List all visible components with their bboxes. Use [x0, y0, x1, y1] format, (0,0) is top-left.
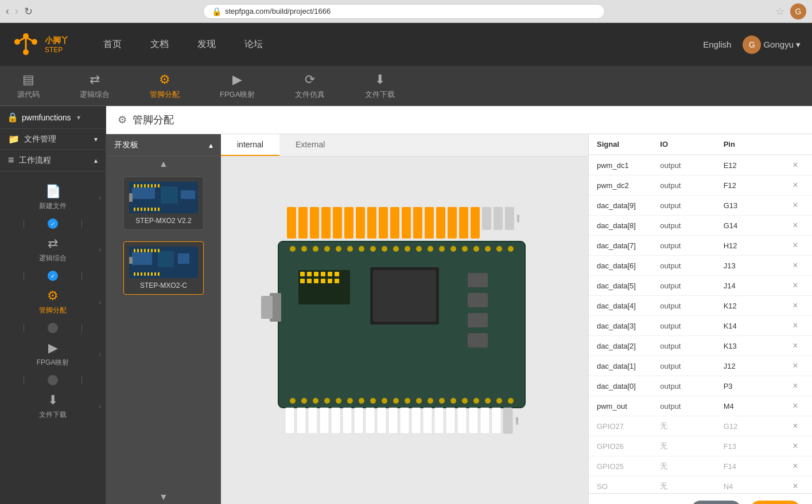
step-logic-synthesis[interactable]: ⇄ 逻辑综合: [74, 69, 115, 103]
board-name-mxo2c: STEP-MXO2-C: [140, 282, 187, 290]
pin-value: F13: [724, 442, 787, 451]
svg-rect-13: [141, 184, 142, 187]
pin-value: P3: [724, 382, 787, 390]
project-dropdown-icon[interactable]: ▾: [77, 114, 80, 122]
file-management-label: 文件管理: [24, 134, 56, 144]
delete-signal-button[interactable]: ×: [787, 381, 804, 391]
board-collapse-icon[interactable]: ▴: [209, 140, 213, 150]
pin-value: J14: [724, 282, 787, 290]
step-file-simulation[interactable]: ⟳ 文件仿真: [289, 69, 331, 103]
delete-signal-button[interactable]: ×: [787, 461, 804, 471]
col-signal: Signal: [597, 140, 660, 149]
svg-point-136: [347, 398, 353, 404]
refresh-button[interactable]: ↻: [24, 5, 33, 18]
svg-rect-95: [314, 272, 318, 276]
workflow-fpga-mapping[interactable]: ▶ FPGA映射 ›: [0, 334, 106, 374]
tab-external[interactable]: External: [279, 134, 341, 156]
logo-text: 小脚丫: [45, 36, 69, 46]
delete-signal-button[interactable]: ×: [787, 341, 804, 351]
svg-rect-155: [308, 408, 317, 433]
source-code-icon: ▤: [22, 72, 34, 87]
delete-signal-button[interactable]: ×: [787, 240, 804, 251]
svg-rect-185: [480, 408, 489, 433]
svg-rect-75: [436, 207, 445, 239]
svg-rect-22: [144, 208, 146, 211]
workflow-logic-synthesis[interactable]: ⇄ 逻辑综合 ›: [0, 229, 106, 270]
profile-avatar[interactable]: G: [790, 3, 806, 19]
board-header-label: 开发板: [114, 140, 138, 150]
svg-point-118: [370, 246, 376, 252]
io-type: 无: [660, 481, 723, 491]
svg-rect-81: [471, 207, 480, 239]
board-scroll-up[interactable]: ▲: [106, 157, 221, 171]
step-fpga-mapping[interactable]: ▶ FPGA映射: [214, 69, 261, 103]
workflow-pin-assignment[interactable]: ⚙ 管脚分配 ›: [0, 282, 106, 322]
tab-internal[interactable]: internal: [221, 134, 279, 156]
delete-signal-button[interactable]: ×: [787, 260, 804, 271]
svg-point-145: [450, 398, 456, 404]
svg-point-124: [439, 246, 445, 252]
step-file-download[interactable]: ⬇ 文件下载: [359, 69, 401, 103]
workflow-file-download[interactable]: ⬇ 文件下载 ›: [0, 386, 106, 427]
board-scroll-down[interactable]: ▼: [106, 490, 221, 504]
workflow-label: 工作流程: [19, 155, 51, 166]
svg-rect-93: [300, 272, 305, 276]
signal-table-body: pwm_dc1 output E12 × pwm_dc2 output F12 …: [589, 155, 812, 493]
nav-discover[interactable]: 发现: [197, 38, 216, 50]
delete-signal-button[interactable]: ×: [787, 200, 804, 210]
pin-value: M4: [724, 402, 787, 411]
delete-signal-button[interactable]: ×: [787, 401, 804, 411]
step-source-code[interactable]: ▤ 源代码: [11, 69, 45, 103]
workflow-header[interactable]: ≡ 工作流程 ▴: [0, 150, 106, 171]
delete-signal-button[interactable]: ×: [787, 280, 804, 291]
delete-signal-button[interactable]: ×: [787, 441, 804, 451]
file-management-arrow: ▾: [94, 135, 98, 143]
svg-rect-85: [494, 207, 503, 230]
return-button[interactable]: 返 回: [691, 501, 741, 504]
svg-point-142: [416, 398, 422, 404]
user-menu[interactable]: G Gongyu ▾: [743, 36, 801, 54]
svg-rect-9: [161, 186, 178, 204]
delete-signal-button[interactable]: ×: [787, 421, 804, 431]
svg-rect-44: [147, 272, 149, 276]
pin-assignment-icon: ⚙: [159, 72, 170, 87]
delete-signal-button[interactable]: ×: [787, 160, 804, 170]
svg-rect-181: [457, 408, 467, 433]
signal-name: pwm_dc2: [597, 181, 660, 190]
svg-rect-151: [285, 408, 294, 433]
back-button[interactable]: ‹: [6, 5, 9, 17]
workflow-new-file[interactable]: 📄 新建文件 ›: [0, 177, 106, 218]
col-action: [787, 140, 804, 149]
delete-signal-button[interactable]: ×: [787, 220, 804, 230]
save-button[interactable]: 保 存: [750, 501, 801, 504]
board-card-mxo2c[interactable]: STEP-MXO2-C: [123, 241, 204, 295]
delete-signal-button[interactable]: ×: [787, 180, 804, 190]
io-type: output: [660, 161, 723, 170]
svg-rect-15: [147, 184, 149, 187]
lang-switcher[interactable]: English: [703, 40, 731, 49]
bookmark-icon[interactable]: ☆: [775, 5, 784, 18]
svg-point-148: [485, 398, 491, 404]
step-pin-assignment[interactable]: ⚙ 管脚分配: [144, 69, 185, 103]
delete-signal-button[interactable]: ×: [787, 481, 804, 491]
delete-signal-button[interactable]: ×: [787, 321, 804, 331]
svg-rect-40: [134, 272, 135, 276]
pin-value: G12: [724, 422, 787, 431]
svg-point-140: [393, 398, 399, 404]
board-card-mxo2[interactable]: STEP-MXO2 V2.2: [123, 177, 204, 230]
nav-docs[interactable]: 文档: [150, 38, 169, 50]
signal-name: dac_data[6]: [597, 261, 660, 270]
delete-signal-button[interactable]: ×: [787, 300, 804, 311]
fpga-map-icon: ▶: [48, 341, 58, 355]
forward-button[interactable]: ›: [15, 5, 18, 17]
logo[interactable]: 小脚丫 STEP: [11, 30, 69, 59]
step-check-1: ✓: [48, 218, 58, 229]
svg-rect-159: [331, 408, 340, 433]
nav-forum[interactable]: 论坛: [244, 38, 263, 50]
delete-signal-button[interactable]: ×: [787, 361, 804, 371]
svg-rect-100: [307, 279, 312, 283]
nav-home[interactable]: 首页: [103, 38, 122, 50]
file-management-header[interactable]: 📁 文件管理 ▾: [0, 129, 106, 150]
svg-rect-102: [321, 279, 325, 283]
svg-point-117: [359, 246, 364, 252]
